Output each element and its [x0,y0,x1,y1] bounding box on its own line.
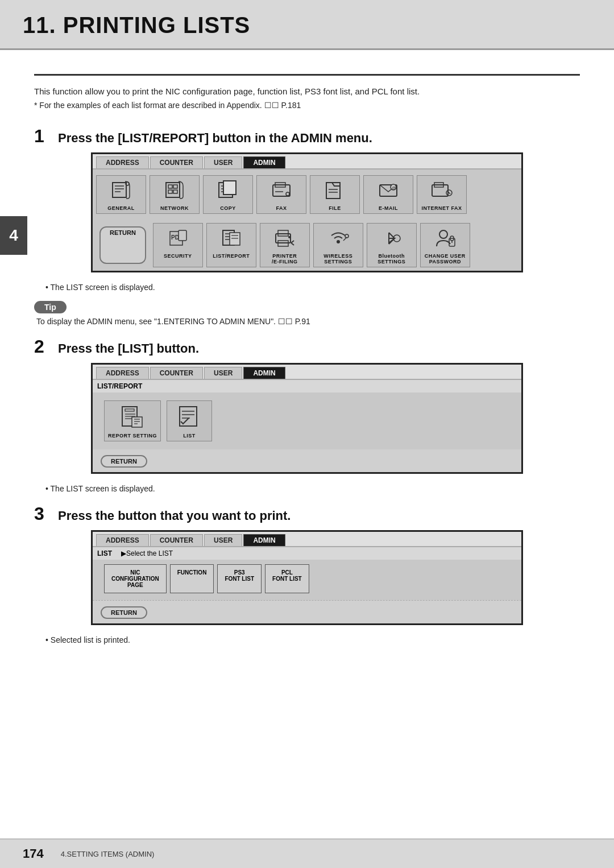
step-2: 2 Press the [LIST] button. ADDRESS COUNT… [34,336,580,493]
tab-user[interactable]: USER [204,156,242,168]
icon-network[interactable]: NETWORK [150,175,200,214]
list-label: LIST [183,433,196,439]
network-icon [164,179,185,204]
screen2-icon-area: REPORT SETTING LIST [93,392,521,449]
btn-ps3-font-list[interactable]: PS3FONT LIST [217,564,262,593]
step-3-heading: 3 Press the button that you want to prin… [34,503,580,524]
btn-nic-config[interactable]: NICCONFIGURATIONPAGE [104,564,167,593]
file-label: FILE [329,205,341,211]
svg-rect-54 [125,409,134,411]
screen2-mockup: ADDRESS COUNTER USER ADMIN LIST/REPORT R… [91,363,523,474]
list-report-icon [221,227,242,251]
copy-label: COPY [220,205,236,211]
icon-list[interactable]: LIST [167,400,212,441]
screen3-button-area: NICCONFIGURATIONPAGE FUNCTION PS3FONT LI… [93,560,521,600]
page-title: 11. PRINTING LISTS [23,13,591,38]
screen2-wrap: ADDRESS COUNTER USER ADMIN LIST/REPORT R… [34,363,580,480]
screen1-mockup: ADDRESS COUNTER USER ADMIN GENERAL [91,152,523,272]
icon-copy[interactable]: COPY [203,175,253,214]
report-setting-icon [121,404,144,431]
page: 4 11. PRINTING LISTS This function allow… [0,0,614,868]
footer-page-number: 174 [23,846,44,861]
step-2-number: 2 [34,336,50,357]
intro-line1: This function allow you to print the NIC… [34,85,580,98]
screen2-tab-admin[interactable]: ADMIN [243,367,285,379]
step-3-number: 3 [34,503,50,524]
copy-icon [217,179,239,204]
screen2-tab-address[interactable]: ADDRESS [96,367,149,379]
printer-efiling-label: PRINTER/E-FILING [272,253,298,264]
bluetooth-settings-icon [381,227,403,251]
step-1-number: 1 [34,126,50,147]
page-header: 11. PRINTING LISTS [0,0,614,50]
step-1-heading: 1 Press the [LIST/REPORT] button in the … [34,126,580,147]
screen1-wrap: ADDRESS COUNTER USER ADMIN GENERAL [34,152,580,278]
screen3-mockup: ADDRESS COUNTER USER ADMIN LIST ▶Select … [91,530,523,625]
list-icon [177,404,201,431]
icon-list-report[interactable]: LIST/REPORT [206,223,256,267]
tip-text: To display the ADMIN menu, see "1.ENTERI… [36,317,580,326]
icon-wireless-settings[interactable]: WIRELESSSETTINGS [313,223,363,267]
email-label: E-MAIL [379,205,398,211]
report-setting-label: REPORT SETTING [108,433,157,439]
screen1-return-btn[interactable]: RETURN [99,226,146,264]
step-2-label: Press the [LIST] button. [58,341,199,356]
svg-rect-31 [179,230,186,241]
step-1: 1 Press the [LIST/REPORT] button in the … [34,126,580,326]
wireless-settings-icon [327,227,349,251]
internet-fax-icon [431,179,453,204]
screen1-tabs: ADDRESS COUNTER USER ADMIN [93,154,521,170]
screen3-return-btn[interactable]: RETURN [101,606,147,619]
email-icon: @ [377,179,399,204]
wireless-settings-label: WIRELESSSETTINGS [323,253,352,264]
screen1-icon-grid-row2: RETURN PDF SECURITY LIST/REPORT [93,217,521,271]
screen3-bottom: RETURN [93,600,521,623]
icon-general[interactable]: GENERAL [96,175,146,214]
step-3: 3 Press the button that you want to prin… [34,503,580,644]
tab-counter[interactable]: COUNTER [150,156,203,168]
svg-rect-14 [223,181,236,195]
general-icon [110,179,132,204]
icon-report-setting[interactable]: REPORT SETTING [104,400,161,441]
screen3-breadcrumb: LIST ▶Select the LIST [93,547,521,560]
fax-label: FAX [276,205,287,211]
screen3-list-label: LIST [97,549,112,557]
svg-rect-6 [168,185,172,188]
screen2-tabs: ADDRESS COUNTER USER ADMIN [93,365,521,380]
screen1-icon-grid: GENERAL NETWORK COPY [93,170,521,217]
security-label: SECURITY [164,253,192,259]
screen2-tab-counter[interactable]: COUNTER [150,367,203,379]
icon-file[interactable]: FILE [310,175,360,214]
tip-box: Tip To display the ADMIN menu, see "1.EN… [34,301,580,326]
screen3-tab-address[interactable]: ADDRESS [96,534,149,546]
icon-email[interactable]: @ E-MAIL [363,175,413,214]
step-3-label: Press the button that you want to print. [58,509,291,523]
icon-security[interactable]: PDF SECURITY [153,223,203,267]
screen2-tab-user[interactable]: USER [204,367,242,379]
tip-badge: Tip [34,301,67,313]
network-label: NETWORK [160,205,189,211]
icon-fax[interactable]: FAX [256,175,306,214]
screen3-tab-admin[interactable]: ADMIN [243,534,285,546]
svg-rect-7 [173,185,177,188]
screen3-tab-user[interactable]: USER [204,534,242,546]
icon-bluetooth-settings[interactable]: BluetoothSETTINGS [367,223,417,267]
screen3-select-label: ▶Select the LIST [121,549,173,557]
screen3-tab-counter[interactable]: COUNTER [150,534,203,546]
change-user-password-label: CHANGE USERPASSWORD [425,253,466,264]
svg-point-49 [439,230,447,238]
btn-function[interactable]: FUNCTION [170,564,214,593]
icon-printer-efiling[interactable]: PRINTER/E-FILING [260,223,310,267]
header-divider [34,74,580,76]
page-footer: 174 4.SETTING ITEMS (ADMIN) [0,838,614,868]
screen2-return-btn[interactable]: RETURN [101,455,147,468]
change-user-password-icon [434,227,456,251]
file-icon [324,179,346,204]
tab-admin[interactable]: ADMIN [243,156,285,168]
tab-address[interactable]: ADDRESS [96,156,149,168]
sidebar-chapter-number: 4 [0,216,27,255]
btn-pcl-font-list[interactable]: PCLFONT LIST [265,564,309,593]
icon-change-user-password[interactable]: CHANGE USERPASSWORD [420,223,470,267]
svg-text:@: @ [392,185,396,191]
icon-internet-fax[interactable]: INTERNET FAX [417,175,467,214]
